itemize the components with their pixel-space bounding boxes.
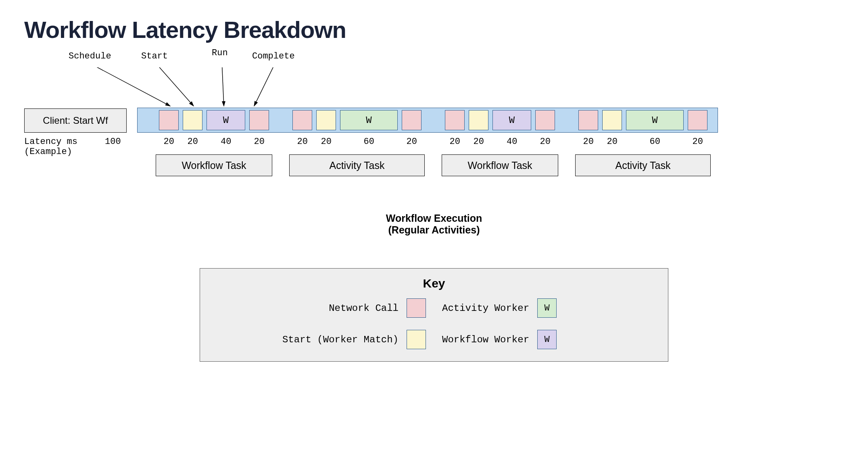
legend-workflow-worker: Workflow Worker W bbox=[442, 330, 656, 349]
segment-worker: W bbox=[626, 110, 684, 130]
svg-line-2 bbox=[222, 67, 224, 106]
latency-value: 20 bbox=[693, 137, 703, 147]
segment-network bbox=[578, 110, 598, 130]
latency-value: 20 bbox=[607, 137, 618, 147]
swatch-activity-worker: W bbox=[537, 298, 557, 318]
latency-value: 20 bbox=[254, 137, 265, 147]
latency-value: 60 bbox=[650, 137, 660, 147]
svg-line-0 bbox=[93, 67, 170, 106]
segment-network bbox=[159, 110, 179, 130]
latency-value: 20 bbox=[540, 137, 551, 147]
segment-match bbox=[602, 110, 622, 130]
segment-network bbox=[402, 110, 421, 130]
segment-network bbox=[292, 110, 312, 130]
segment-network bbox=[688, 110, 707, 130]
legend-activity-worker: Activity Worker W bbox=[442, 298, 656, 318]
latency-value: 20 bbox=[297, 137, 308, 147]
annot-start: Start bbox=[141, 51, 168, 61]
task-group-label: Activity Task bbox=[289, 154, 425, 176]
segment-network bbox=[445, 110, 465, 130]
latency-value: 40 bbox=[221, 137, 231, 147]
swatch-match bbox=[407, 330, 426, 349]
segment-match bbox=[183, 110, 202, 130]
latency-value: 20 bbox=[164, 137, 174, 147]
segment-network bbox=[249, 110, 269, 130]
latency-value: 20 bbox=[583, 137, 594, 147]
client-latency-value: 100 bbox=[105, 137, 121, 147]
segment-worker: W bbox=[207, 110, 245, 130]
latency-axis-label: Latency ms (Example) bbox=[24, 137, 77, 157]
latency-value: 20 bbox=[321, 137, 332, 147]
latency-value: 20 bbox=[188, 137, 198, 147]
diagram-caption: Workflow Execution (Regular Activities) bbox=[24, 212, 844, 236]
latency-value: 20 bbox=[450, 137, 460, 147]
svg-line-3 bbox=[254, 67, 274, 106]
latency-value: 20 bbox=[407, 137, 417, 147]
legend: Key Network Call Activity Worker W Start… bbox=[200, 268, 668, 362]
task-group-label: Activity Task bbox=[575, 154, 711, 176]
segment-match bbox=[469, 110, 488, 130]
latency-diagram: Schedule Start Run Complete Client: Star… bbox=[24, 67, 844, 212]
latency-value: 60 bbox=[364, 137, 374, 147]
legend-network: Network Call bbox=[212, 298, 426, 318]
annot-complete: Complete bbox=[252, 51, 295, 61]
latency-value: 20 bbox=[474, 137, 484, 147]
task-group-label: Workflow Task bbox=[442, 154, 558, 176]
swatch-workflow-worker: W bbox=[537, 330, 557, 349]
legend-title: Key bbox=[212, 277, 656, 290]
segment-network bbox=[535, 110, 555, 130]
swatch-network bbox=[407, 298, 426, 318]
annot-schedule: Schedule bbox=[69, 51, 111, 61]
task-group-label: Workflow Task bbox=[156, 154, 272, 176]
client-start-box: Client: Start Wf bbox=[24, 108, 127, 133]
latency-value: 40 bbox=[507, 137, 517, 147]
annot-run: Run bbox=[212, 48, 228, 58]
segment-match bbox=[316, 110, 336, 130]
segment-worker: W bbox=[492, 110, 531, 130]
segment-worker: W bbox=[340, 110, 398, 130]
svg-line-1 bbox=[157, 67, 194, 106]
legend-match: Start (Worker Match) bbox=[212, 330, 426, 349]
page-title: Workflow Latency Breakdown bbox=[24, 16, 844, 43]
